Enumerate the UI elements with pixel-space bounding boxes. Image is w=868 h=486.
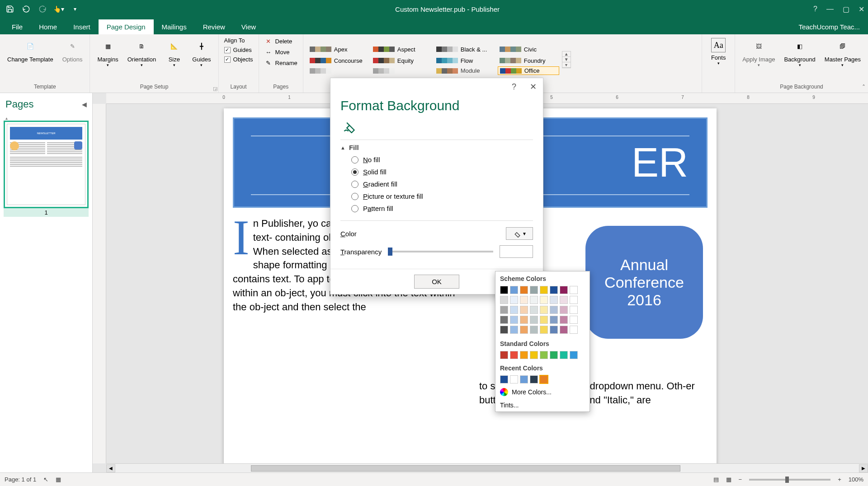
- color-swatch[interactable]: [500, 375, 508, 383]
- fonts-button[interactable]: AaFonts▾: [706, 36, 731, 67]
- scroll-left-icon[interactable]: ◀: [106, 464, 115, 472]
- redo-icon[interactable]: [36, 3, 49, 15]
- color-swatch[interactable]: [520, 375, 528, 383]
- page-setup-launcher-icon[interactable]: ◲: [213, 86, 217, 92]
- color-swatch[interactable]: [560, 286, 568, 294]
- view-single-icon[interactable]: ▤: [713, 476, 719, 483]
- tab-review[interactable]: Review: [195, 19, 233, 34]
- color-swatch[interactable]: [510, 375, 518, 383]
- tint-swatch[interactable]: [530, 306, 538, 314]
- ok-button[interactable]: OK: [414, 275, 459, 289]
- close-icon[interactable]: ✕: [859, 5, 864, 14]
- undo-icon[interactable]: [20, 3, 33, 15]
- solid-fill-radio[interactable]: Solid fill: [351, 168, 533, 176]
- tint-swatch[interactable]: [560, 326, 568, 334]
- tab-insert[interactable]: Insert: [65, 19, 99, 34]
- zoom-in-icon[interactable]: +: [838, 476, 841, 483]
- tint-swatch[interactable]: [520, 306, 528, 314]
- fill-section-header[interactable]: ▲Fill: [340, 144, 533, 151]
- scheme-Module[interactable]: Module: [434, 66, 496, 75]
- change-template-button[interactable]: 📄Change Template: [4, 36, 57, 65]
- tint-swatch[interactable]: [530, 316, 538, 324]
- horizontal-scrollbar[interactable]: ◀ ▶: [106, 463, 868, 472]
- tab-page-design[interactable]: Page Design: [99, 19, 154, 34]
- collapse-ribbon-icon[interactable]: ˄: [862, 84, 865, 91]
- tint-swatch[interactable]: [500, 296, 508, 304]
- tint-swatch[interactable]: [530, 326, 538, 334]
- tab-home[interactable]: Home: [31, 19, 65, 34]
- zoom-slider[interactable]: [749, 479, 830, 481]
- scheme-Foundry[interactable]: Foundry: [498, 55, 559, 66]
- tint-swatch[interactable]: [570, 326, 578, 334]
- tint-swatch[interactable]: [540, 316, 548, 324]
- scheme-item8[interactable]: [308, 66, 369, 75]
- tab-mailings[interactable]: Mailings: [154, 19, 195, 34]
- rename-page-button[interactable]: ✎Rename: [263, 58, 299, 68]
- more-colors-item[interactable]: More Colors...: [495, 385, 590, 399]
- tint-swatch[interactable]: [500, 316, 508, 324]
- scheme-Apex[interactable]: Apex: [308, 44, 369, 55]
- objects-checkbox[interactable]: ✓Objects: [222, 55, 255, 64]
- guides-button[interactable]: ╋Guides▾: [189, 36, 214, 69]
- tint-swatch[interactable]: [570, 296, 578, 304]
- tint-swatch[interactable]: [560, 306, 568, 314]
- tint-swatch[interactable]: [520, 296, 528, 304]
- tint-swatch[interactable]: [520, 316, 528, 324]
- tint-swatch[interactable]: [510, 326, 518, 334]
- transparency-input[interactable]: [500, 245, 533, 258]
- tint-swatch[interactable]: [510, 296, 518, 304]
- size-button[interactable]: 📐Size▾: [161, 36, 187, 69]
- tint-swatch[interactable]: [550, 326, 558, 334]
- scheme-Flow[interactable]: Flow: [434, 55, 496, 66]
- options-button[interactable]: ✎Options: [59, 36, 86, 65]
- gallery-down-icon[interactable]: ▼: [562, 57, 571, 62]
- collapse-pages-icon[interactable]: ◀: [82, 101, 87, 108]
- move-page-button[interactable]: ↔Move: [263, 47, 299, 57]
- help-icon[interactable]: ?: [813, 5, 817, 14]
- color-swatch[interactable]: [570, 351, 578, 359]
- tint-swatch[interactable]: [570, 316, 578, 324]
- qat-customize-icon[interactable]: ▾: [69, 3, 81, 15]
- tab-file[interactable]: File: [4, 19, 31, 34]
- page-thumbnail[interactable]: NEWSLETTER: [4, 121, 89, 208]
- zoom-out-icon[interactable]: −: [739, 476, 742, 483]
- view-spread-icon[interactable]: ▦: [726, 476, 731, 483]
- vertical-ruler[interactable]: [93, 104, 106, 463]
- color-swatch[interactable]: [550, 286, 558, 294]
- gradient-fill-radio[interactable]: Gradient fill: [351, 180, 533, 188]
- color-swatch[interactable]: [540, 286, 548, 294]
- dialog-help-icon[interactable]: ?: [512, 82, 516, 92]
- minimize-icon[interactable]: —: [826, 5, 834, 14]
- orientation-button[interactable]: 🗎Orientation▾: [124, 36, 160, 69]
- color-swatch[interactable]: [510, 286, 518, 294]
- save-icon[interactable]: [4, 3, 16, 15]
- color-swatch[interactable]: [500, 286, 508, 294]
- tint-swatch[interactable]: [530, 296, 538, 304]
- tint-swatch[interactable]: [500, 306, 508, 314]
- scheme-Office[interactable]: Office: [498, 66, 559, 75]
- fill-tab-icon[interactable]: [340, 118, 359, 136]
- color-swatch[interactable]: [530, 286, 538, 294]
- no-fill-radio[interactable]: No fill: [351, 156, 533, 164]
- scheme-Black & ...[interactable]: Black & ...: [434, 44, 496, 55]
- master-pages-button[interactable]: 🗐Master Pages▾: [821, 36, 864, 69]
- tint-swatch[interactable]: [510, 316, 518, 324]
- tint-swatch[interactable]: [570, 306, 578, 314]
- zoom-level[interactable]: 100%: [849, 476, 863, 483]
- tint-swatch[interactable]: [510, 306, 518, 314]
- background-button[interactable]: ◧Background▾: [780, 36, 819, 69]
- page-indicator[interactable]: Page: 1 of 1: [5, 476, 36, 483]
- tint-swatch[interactable]: [540, 296, 548, 304]
- user-name[interactable]: TeachUcomp Teac...: [790, 19, 868, 34]
- margins-button[interactable]: ▦Margins▾: [94, 36, 122, 69]
- scroll-right-icon[interactable]: ▶: [859, 464, 868, 472]
- scheme-Concourse[interactable]: Concourse: [308, 55, 369, 66]
- scroll-thumb[interactable]: [251, 465, 680, 472]
- scheme-Civic[interactable]: Civic: [498, 44, 559, 55]
- tint-swatch[interactable]: [550, 306, 558, 314]
- tint-swatch[interactable]: [520, 326, 528, 334]
- picture-fill-radio[interactable]: Picture or texture fill: [351, 192, 533, 200]
- color-swatch[interactable]: [500, 351, 508, 359]
- maximize-icon[interactable]: ▢: [843, 5, 849, 14]
- callout-shape[interactable]: Annual Conference 2016: [585, 226, 703, 339]
